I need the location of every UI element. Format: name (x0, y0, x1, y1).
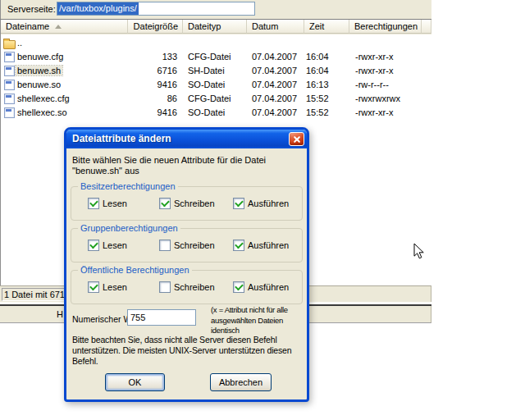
numeric-note-text: (x = Attribut nicht für alle ausgewählte… (211, 305, 307, 336)
server-side-label: Serverseite: (7, 4, 56, 14)
checkbox-label: Ausführen (248, 199, 289, 208)
server-path-bar: Serverseite: /var/tuxbox/plugins/ (1, 0, 431, 19)
file-name-text: .. (17, 38, 22, 48)
close-icon[interactable] (289, 132, 304, 146)
file-row[interactable]: .. (1, 36, 431, 50)
column-header-stub (422, 20, 431, 34)
file-name-cell: .. (17, 38, 22, 48)
checkbox-group-read[interactable]: Lesen (88, 240, 127, 251)
file-time-cell: 16:04 (306, 52, 329, 62)
file-type-cell: CFG-Datei (188, 94, 231, 103)
column-header-label: Dateiname (6, 21, 49, 31)
checkbox-group-write[interactable]: Schreiben (159, 240, 215, 251)
file-type-cell: SH-Datei (188, 66, 225, 75)
checkbox-icon[interactable] (159, 198, 171, 209)
cancel-button[interactable]: Abbrechen (210, 373, 272, 391)
file-icon (4, 66, 15, 76)
checkbox-label: Lesen (103, 240, 127, 250)
checkbox-label: Ausführen (248, 282, 289, 292)
file-name-cell: benuwe.cfg (17, 52, 63, 62)
column-header-label: Zeit (309, 21, 324, 31)
dialog-intro-text: Bitte wählen Sie die neuen Attribute für… (72, 155, 304, 176)
file-row[interactable]: benuwe.so9416SO-Datei07.04.200716:13-rw-… (1, 78, 431, 92)
sort-ascending-icon (55, 25, 62, 29)
permission-groups: BesitzerberechtigungenLesenSchreibenAusf… (71, 186, 303, 312)
checkbox-owner-read[interactable]: Lesen (88, 198, 127, 209)
file-permissions-cell: -rwxr-xr-x (355, 66, 393, 75)
file-row[interactable]: shellexec.so9416SO-Datei07.04.200715:52-… (1, 106, 431, 120)
checkbox-label: Schreiben (174, 240, 215, 250)
dialog-titlebar[interactable]: Dateiattribute ändern (66, 130, 307, 148)
column-header-row: DateinameDateigrößeDateitypDatumZeitBere… (1, 20, 431, 34)
column-header-filename[interactable]: Dateiname (1, 20, 128, 34)
desktop: Serverseite: /var/tuxbox/plugins/ Datein… (0, 0, 525, 420)
column-header-date[interactable]: Datum (247, 20, 304, 34)
file-size-cell: 133 (120, 52, 177, 62)
file-icon (4, 80, 15, 90)
checkbox-icon[interactable] (159, 281, 171, 293)
file-row[interactable]: benuwe.sh6716SH-Datei07.04.200716:04-rwx… (1, 64, 431, 78)
file-permissions-cell: -rwxr-xr-x (355, 107, 393, 117)
checkbox-icon[interactable] (159, 240, 171, 251)
file-permissions-cell: -rwxr-xr-x (355, 52, 393, 62)
file-icon (4, 94, 15, 104)
file-date-cell: 07.04.2007 (252, 80, 297, 89)
permission-group-owner: BesitzerberechtigungenLesenSchreibenAusf… (71, 186, 303, 221)
file-time-cell: 16:04 (306, 66, 329, 75)
permission-group-public: Öffentliche BerechtigungenLesenSchreiben… (71, 270, 303, 304)
checkbox-icon[interactable] (88, 198, 99, 209)
checkbox-icon[interactable] (88, 281, 99, 293)
column-header-label: Datum (252, 21, 278, 31)
ok-button[interactable]: OK (105, 373, 165, 391)
file-name-cell: benuwe.so (17, 80, 61, 89)
checkbox-icon[interactable] (88, 240, 99, 251)
folder-icon (3, 40, 16, 49)
file-name-cell: shellexec.cfg (17, 94, 70, 103)
file-size-cell: 9416 (120, 80, 177, 89)
file-name-cell: shellexec.so (17, 107, 67, 117)
file-permissions-cell: -rwxrwxrwx (355, 94, 400, 103)
file-icon (4, 107, 15, 118)
numeric-value-input[interactable] (127, 309, 196, 326)
column-header-filesize[interactable]: Dateigröße (128, 20, 183, 34)
file-name-text: benuwe.sh (16, 66, 62, 75)
file-date-cell: 07.04.2007 (252, 94, 297, 103)
file-size-cell: 6716 (120, 66, 177, 75)
checkbox-owner-write[interactable]: Schreiben (159, 198, 215, 209)
group-label: Öffentliche Berechtigungen (78, 265, 192, 276)
checkbox-icon[interactable] (233, 281, 244, 293)
checkbox-label: Ausführen (248, 240, 289, 250)
server-path-input[interactable]: /var/tuxbox/plugins/ (57, 2, 255, 16)
file-name-text: shellexec.cfg (17, 94, 70, 103)
chmod-dialog: Dateiattribute ändern Bitte wählen Sie d… (64, 127, 309, 402)
file-date-cell: 07.04.2007 (252, 66, 297, 75)
checkbox-label: Lesen (103, 282, 127, 292)
checkbox-label: Schreiben (174, 282, 215, 292)
checkbox-icon[interactable] (233, 198, 244, 209)
file-name-text: benuwe.cfg (17, 52, 63, 62)
checkbox-public-execute[interactable]: Ausführen (233, 281, 289, 293)
column-header-label: Dateigröße (134, 21, 178, 31)
file-time-cell: 16:13 (306, 80, 329, 89)
checkbox-owner-execute[interactable]: Ausführen (233, 198, 289, 209)
checkbox-icon[interactable] (233, 240, 244, 251)
file-name-text: shellexec.so (17, 107, 67, 117)
column-header-label: Berechtigungen (354, 21, 418, 31)
checkbox-group-execute[interactable]: Ausführen (233, 240, 289, 251)
checkbox-public-write[interactable]: Schreiben (159, 281, 215, 293)
checkbox-public-read[interactable]: Lesen (88, 281, 127, 293)
group-label: Gruppenberechtigungen (78, 223, 180, 234)
column-header-permissions[interactable]: Berechtigungen (349, 20, 422, 34)
file-name-text: benuwe.so (17, 80, 61, 89)
mouse-cursor (413, 243, 425, 260)
server-path-selected-text: /var/tuxbox/plugins/ (57, 2, 139, 15)
file-time-cell: 15:52 (306, 94, 329, 103)
file-type-cell: SO-Datei (188, 107, 225, 117)
file-row[interactable]: shellexec.cfg86CFG-Datei07.04.200715:52-… (1, 92, 431, 106)
column-header-filetype[interactable]: Dateityp (183, 20, 247, 34)
dialog-body: Bitte wählen Sie die neuen Attribute für… (66, 148, 307, 399)
file-row[interactable]: benuwe.cfg133CFG-Datei07.04.200716:04-rw… (1, 50, 431, 64)
column-header-time[interactable]: Zeit (304, 20, 349, 34)
file-size-cell: 86 (120, 94, 177, 103)
lower-pane-partial-text: H (57, 309, 63, 319)
